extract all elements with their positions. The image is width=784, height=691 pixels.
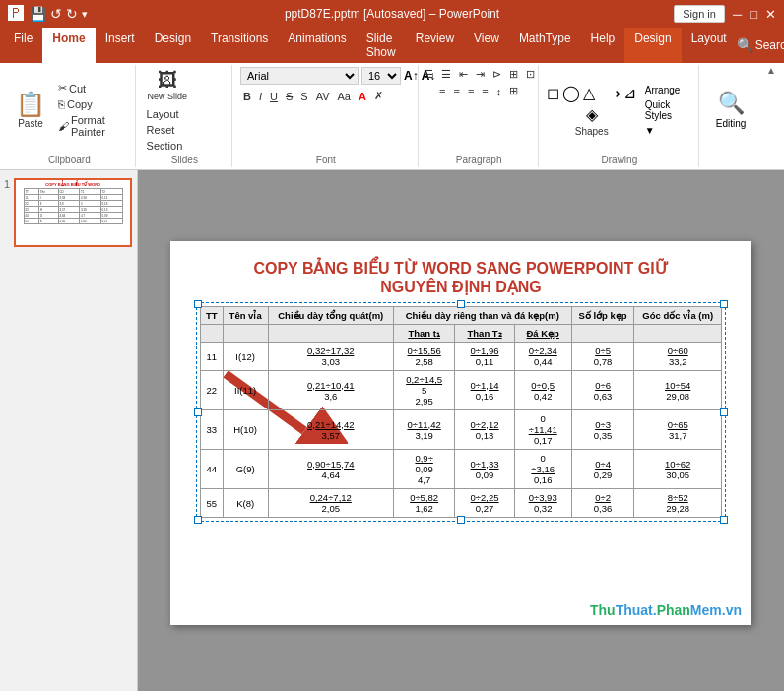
align-center-button[interactable]: ≡ [450,85,462,98]
tab-slideshow[interactable]: Slide Show [357,28,406,63]
handle-right-mid[interactable] [720,408,728,416]
slide-thumbnail[interactable]: COPY BẢNG BIỂU TỪ WORD TTTênCDT1T2 11I3,… [14,178,132,247]
line-spacing-button[interactable]: ↕ [493,85,505,98]
columns-button[interactable]: ⊞ [506,84,521,98]
tab-file[interactable]: File [4,28,42,63]
tab-help[interactable]: Help [581,28,625,63]
new-slide-icon: 🖼 [158,69,177,92]
tab-insert[interactable]: Insert [96,28,145,63]
slide-panel: 1 COPY BẢNG BIỂU TỪ WORD TTTênCDT1T2 11I… [0,170,138,691]
tab-design[interactable]: Design [145,28,201,63]
minimize-icon[interactable]: ─ [733,7,742,22]
bold-button[interactable]: B [240,90,254,103]
char-spacing-button[interactable]: AV [313,90,333,103]
ribbon-collapse-button[interactable]: ▲ [762,65,780,167]
layout-button[interactable]: Layout [144,107,186,121]
cell-t1-2: 0,2÷14,552,95 [393,371,455,410]
handle-bottom-right[interactable] [720,516,728,524]
tab-layout[interactable]: Layout [682,28,737,63]
align-text-button[interactable]: ⊞ [506,67,521,82]
font-color-button[interactable]: A [356,90,369,103]
sign-in-button[interactable]: Sign in [674,5,725,23]
watermark-mem: Mem [690,602,722,618]
cell-t2-1: 0÷1,960,11 [455,343,514,371]
paste-button[interactable]: 📋 Paste [10,89,51,131]
slide-canvas[interactable]: COPY BẢNG BIỂU TỪ WORD SANG POWERPOINT G… [170,241,751,625]
underline-button[interactable]: U [267,90,281,103]
shape-icon-3[interactable]: △ [583,84,595,102]
tab-home[interactable]: Home [42,28,95,63]
redo-icon[interactable]: ↻ [66,6,78,22]
decrease-indent-button[interactable]: ⇤ [456,67,471,82]
shape-icon-1[interactable]: ◻ [547,84,559,102]
handle-left-mid[interactable] [194,408,202,416]
col-header-so-lop: Số lớp kẹp [571,307,634,325]
editing-label[interactable]: Editing [716,118,747,129]
smartart-button[interactable]: ⊡ [523,67,538,82]
increase-indent-button[interactable]: ⇥ [473,67,488,82]
cell-gd-2: 10÷5429,08 [634,371,722,410]
tab-transitions[interactable]: Transitions [201,28,278,63]
cut-label: Cut [69,83,86,94]
font-name-select[interactable]: Arial [240,67,359,85]
handle-bottom-left[interactable] [194,516,202,524]
search-icon[interactable]: 🔍 [737,37,753,53]
bullets-button[interactable]: ☰ [421,67,436,82]
col-sub-chieu-day [268,325,393,343]
cell-t1-1: 0÷15,562,58 [393,343,455,371]
shape-fill-button[interactable]: ▼ [645,125,692,136]
watermark-thu: Thu [590,602,616,618]
close-icon[interactable]: ✕ [765,7,776,22]
restore-icon[interactable]: □ [750,7,757,22]
undo-icon[interactable]: ↺ [50,6,62,22]
save-icon[interactable]: 💾 [30,6,46,22]
copy-icon: ⎘ [58,98,65,110]
increase-font-icon[interactable]: A↑ [404,69,419,83]
tab-mathtype[interactable]: MathType [509,28,581,63]
tab-animations[interactable]: Animations [278,28,356,63]
change-case-button[interactable]: Aa [334,90,353,103]
tab-design2[interactable]: Design [624,28,681,63]
search-label[interactable]: Search [755,38,784,52]
shape-icon-5[interactable]: ⊿ [623,84,636,102]
section-button[interactable]: Section [144,139,186,153]
font-name-row: Arial 16 A↑ A↓ [240,67,435,85]
shape-icon-2[interactable]: ◯ [562,84,580,102]
handle-top-left[interactable] [194,300,202,308]
strikethrough-button[interactable]: S [283,90,295,103]
cell-tt-4: 44 [201,450,224,489]
watermark-phan: Phan [657,602,690,618]
arrange-button[interactable]: Arrange [645,85,692,95]
justify-button[interactable]: ≡ [479,85,490,98]
align-left-button[interactable]: ≡ [436,85,448,98]
shape-icon-4[interactable]: ⟶ [598,84,621,102]
clear-format-button[interactable]: ✗ [371,89,386,103]
font-size-select[interactable]: 16 [361,67,401,85]
shadow-button[interactable]: S [297,90,310,103]
reset-button[interactable]: Reset [144,123,186,137]
tab-view[interactable]: View [464,28,509,63]
shape-icon-6[interactable]: ◈ [586,105,598,124]
drawing-label: Drawing [602,153,638,165]
slide-title: COPY BẢNG BIỂU TỪ WORD SANG POWERPOINT G… [170,241,751,306]
handle-bottom-mid[interactable] [457,516,465,524]
handle-top-mid[interactable] [457,300,465,308]
customize-icon[interactable]: ▾ [82,8,88,21]
new-slide-button[interactable]: 🖼 New Slide [144,67,192,103]
tab-review[interactable]: Review [406,28,464,63]
align-right-button[interactable]: ≡ [465,85,477,98]
quick-styles-button[interactable]: Quick Styles [645,99,692,121]
slides-label: Slides [171,153,198,165]
text-direction-button[interactable]: ⊳ [490,67,504,82]
slide-title-line1: COPY BẢNG BIỂU TỪ WORD SANG POWERPOINT G… [190,259,732,278]
shapes-label[interactable]: Shapes [575,126,609,137]
cut-button[interactable]: ✂ Cut [55,81,129,95]
ribbon: File Home Insert Design Transitions Anim… [0,28,784,170]
cell-dk-3: 0÷11,410,17 [514,410,571,450]
numbering-button[interactable]: ☰ [438,67,454,82]
copy-button[interactable]: ⎘ Copy [55,97,129,111]
format-painter-button[interactable]: 🖌 Format Painter [55,113,129,139]
italic-button[interactable]: I [256,90,265,103]
cell-gd-1: 0÷6033,2 [634,343,722,371]
handle-top-right[interactable] [720,300,728,308]
